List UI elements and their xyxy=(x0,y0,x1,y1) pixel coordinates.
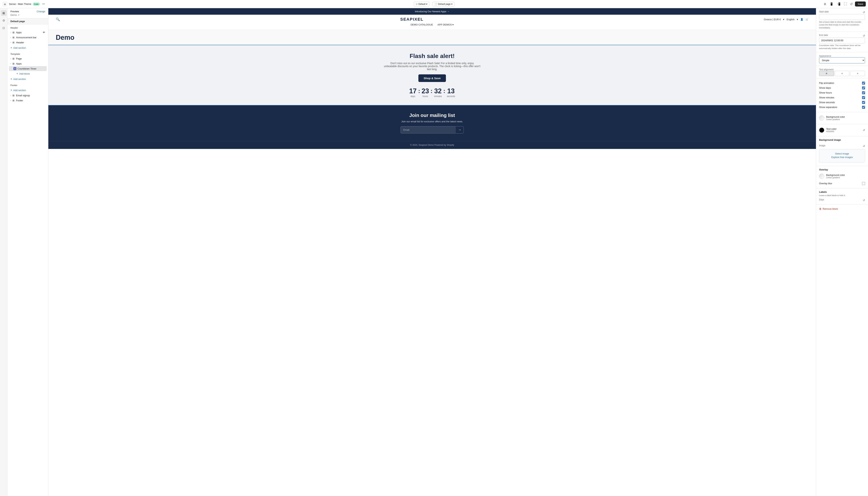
flip-animation-checkbox[interactable] xyxy=(862,82,865,84)
remove-block-button[interactable]: 🗑 Remove block xyxy=(816,206,868,212)
apps-grid-icon-2: ⊞ xyxy=(13,62,15,65)
email-input[interactable] xyxy=(401,126,456,133)
email-submit-button[interactable]: → xyxy=(456,126,464,133)
preview-section: Preview Change Demo ↗ xyxy=(7,8,48,18)
sidebar-sections-icon[interactable]: ⊞ xyxy=(1,10,7,16)
bg-color-sub: Linear gradient xyxy=(826,118,865,121)
demo-label: Demo xyxy=(11,14,17,16)
plus-icon-3: + xyxy=(11,77,12,81)
flash-sale-section: Flash sale alert! Don't miss out on our … xyxy=(48,45,816,105)
days-value: 17 xyxy=(409,87,417,95)
nav-demo-catalogue[interactable]: DEMO CATALOGUE xyxy=(410,23,433,26)
sidebar-item-apps[interactable]: › ⊞ Apps 👁 xyxy=(7,30,48,35)
region-selector[interactable]: Greece | EUR € xyxy=(764,18,781,21)
mailing-title: Join our mailing list xyxy=(56,112,808,118)
appearance-select[interactable]: Simple Boxed Minimal xyxy=(819,57,865,63)
start-date-reset-icon[interactable]: ↺ xyxy=(863,11,865,14)
days-reset-icon[interactable]: ↺ xyxy=(863,199,865,202)
chevron-right-icon: › xyxy=(11,31,11,33)
text-color-row: Text color #000000 ↺ xyxy=(819,126,865,134)
shop-save-button[interactable]: Shop & Save xyxy=(418,74,446,82)
header-label: Header xyxy=(16,41,24,44)
footer-add-section-button[interactable]: + Add section xyxy=(7,87,29,93)
shopify-logo-icon: ◈ xyxy=(2,1,7,7)
flash-sale-title: Flash sale alert! xyxy=(56,52,808,60)
desktop-icon-btn[interactable]: 🖥 xyxy=(822,1,827,7)
sidebar-item-page[interactable]: › ⊞ Page xyxy=(7,56,48,61)
store-announcement: Introducing Our Newest Apps → xyxy=(48,8,816,15)
overlay-blur-checkbox[interactable] xyxy=(862,182,865,185)
undo-button[interactable]: ↺ xyxy=(849,1,853,7)
show-seconds-row: Show seconds xyxy=(819,100,865,105)
countdown-seconds: 13 seconds xyxy=(447,87,455,98)
show-minutes-checkbox[interactable] xyxy=(862,96,865,99)
image-reset-icon[interactable]: ↺ xyxy=(863,145,865,148)
change-preview-button[interactable]: Change xyxy=(37,10,45,13)
end-date-label: End date xyxy=(819,34,828,36)
search-icon[interactable]: 🔍 xyxy=(56,17,60,21)
footer-section-label: Footer xyxy=(7,82,48,87)
countdown-hours: 23 hours xyxy=(421,87,429,98)
default-page-label: Default page xyxy=(438,3,451,5)
end-date-reset-icon[interactable]: ↺ xyxy=(863,34,865,37)
email-signup-grid-icon: ⊞ xyxy=(13,94,15,97)
sidebar-settings-icon[interactable]: ⚙ xyxy=(1,17,7,24)
tablet-icon-btn[interactable]: 📱 xyxy=(829,1,834,7)
eye-icon[interactable]: 👁 xyxy=(43,31,45,34)
image-label-row: Image ↺ xyxy=(819,144,865,148)
text-color-swatch[interactable] xyxy=(819,127,824,133)
show-seconds-checkbox[interactable] xyxy=(862,101,865,104)
end-date-section: End date ↺ Countdown date. The countdown… xyxy=(816,32,868,52)
bg-color-info: Background color Linear gradient xyxy=(826,115,865,121)
footer-group: Footer + Add section › ⊞ Email signup › … xyxy=(7,82,48,103)
apps-template-label: Apps xyxy=(16,62,21,65)
show-separators-checkbox[interactable] xyxy=(862,106,865,109)
overlay-bg-swatch[interactable] xyxy=(819,174,824,179)
sidebar-apps-icon[interactable]: ⊡ xyxy=(1,25,7,31)
header-grid-icon: ⊞ xyxy=(13,41,15,44)
default-dropdown-button[interactable]: ⊙ Default ▾ xyxy=(414,2,429,6)
default-page-dropdown-button[interactable]: 📄 Default page ▾ xyxy=(432,2,454,6)
fullscreen-icon-btn[interactable]: ⛶ xyxy=(843,1,848,7)
align-right-button[interactable]: ≡ xyxy=(850,71,865,76)
sidebar-item-header[interactable]: › ⊞ Header xyxy=(7,40,48,45)
labels-title: Labels xyxy=(819,190,827,193)
sidebar-item-announcement[interactable]: › ⊞ Announcement bar xyxy=(7,35,48,40)
top-bar: ◈ Sense - Main Theme Live ••• ⊙ Default … xyxy=(0,0,868,8)
cart-icon[interactable]: 🛒 xyxy=(806,18,808,21)
trash-icon: 🗑 xyxy=(819,207,822,210)
labels-section: Labels Leave a label blank to hide it. D… xyxy=(816,188,868,204)
countdown-minutes: 32 minutes xyxy=(434,87,442,98)
preview-frame: Introducing Our Newest Apps → 🔍 SEAPIXEL… xyxy=(48,8,816,496)
show-days-checkbox[interactable] xyxy=(862,87,865,89)
sidebar-item-countdown-timer[interactable]: A Countdown Timer xyxy=(9,66,47,71)
end-date-input[interactable] xyxy=(819,37,865,43)
sidebar-item-apps-template[interactable]: › ⊞ Apps xyxy=(7,61,48,66)
header-add-section-button[interactable]: + Add section xyxy=(7,45,29,50)
start-date-input[interactable] xyxy=(819,14,865,20)
text-color-reset-icon[interactable]: ↺ xyxy=(863,129,865,131)
show-hours-checkbox[interactable] xyxy=(862,91,865,94)
footer-grid-icon: ⊞ xyxy=(13,99,15,102)
mobile-icon-btn[interactable]: 📲 xyxy=(836,1,841,7)
hours-label: hours xyxy=(421,95,429,98)
more-options-button[interactable]: ••• xyxy=(41,2,46,6)
save-button[interactable]: Save xyxy=(855,1,866,6)
overlay-bg-label: Background color xyxy=(826,174,865,176)
bg-color-swatch[interactable] xyxy=(819,115,824,121)
sidebar-item-footer[interactable]: › ⊞ Footer xyxy=(7,98,48,103)
overlay-blur-label: Overlay blur xyxy=(819,182,832,185)
nav-app-demos[interactable]: APP DEMOS ▾ xyxy=(437,23,454,26)
bg-color-label: Background color xyxy=(826,115,865,118)
sidebar-item-email-signup[interactable]: › ⊞ Email signup xyxy=(7,93,48,98)
add-block-button[interactable]: + Add block xyxy=(7,71,33,76)
language-selector[interactable]: English xyxy=(787,18,794,21)
remove-block-label: Remove block xyxy=(823,207,838,210)
explore-free-images-button[interactable]: Explore free images xyxy=(822,156,862,159)
template-add-section-button[interactable]: + Add section xyxy=(7,76,29,82)
align-left-button[interactable]: ≡ xyxy=(819,71,834,76)
text-color-section: Text color #000000 ↺ xyxy=(816,124,868,136)
align-center-button[interactable]: ≡ xyxy=(835,71,850,76)
user-icon[interactable]: 👤 xyxy=(800,18,803,21)
select-image-button[interactable]: Select image xyxy=(822,152,862,155)
